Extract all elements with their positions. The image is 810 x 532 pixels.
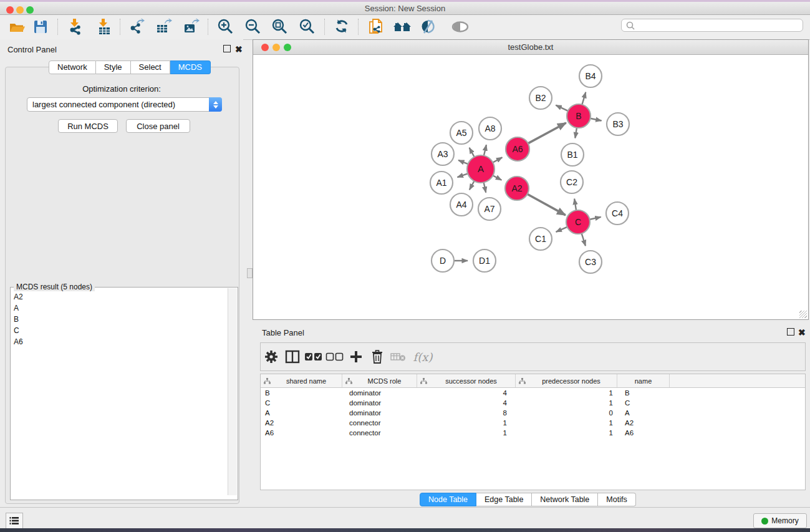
table-row[interactable]: Adominator80A xyxy=(261,408,805,418)
refresh-button[interactable] xyxy=(333,17,352,36)
network-node-B4[interactable]: B4 xyxy=(579,65,602,87)
table-settings-button[interactable] xyxy=(261,349,282,364)
column-header[interactable]: successor nodes xyxy=(417,374,516,387)
column-header[interactable]: shared name xyxy=(261,374,342,387)
select-all-columns-button[interactable] xyxy=(303,352,324,362)
table-cell: C xyxy=(617,399,670,407)
import-table-button[interactable] xyxy=(95,17,113,36)
zoom-out-button[interactable] xyxy=(244,17,263,36)
import-network-button[interactable] xyxy=(66,17,85,36)
tab-style[interactable]: Style xyxy=(96,60,131,74)
import-network-icon xyxy=(67,18,84,36)
table-cell: 8 xyxy=(417,409,516,417)
table-cell: 1 xyxy=(516,419,617,427)
window-resize-grip[interactable] xyxy=(799,311,807,318)
network-node-A8[interactable]: A8 xyxy=(479,117,501,140)
column-header[interactable]: MCDS role xyxy=(342,374,417,387)
network-edge[interactable] xyxy=(526,123,566,144)
export-network-button[interactable] xyxy=(127,17,146,36)
network-node-A2[interactable]: A2 xyxy=(505,177,529,200)
network-node-B3[interactable]: B3 xyxy=(607,113,629,135)
tab-edge-table[interactable]: Edge Table xyxy=(476,493,532,506)
network-node-D1[interactable]: D1 xyxy=(473,249,496,272)
node-label: A2 xyxy=(511,183,522,193)
tab-mcds[interactable]: MCDS xyxy=(170,60,211,74)
search-input[interactable] xyxy=(635,21,794,31)
tab-network[interactable]: Network xyxy=(49,60,96,74)
tab-node-table[interactable]: Node Table xyxy=(420,493,476,506)
copy-network-button[interactable] xyxy=(367,17,386,36)
unselect-all-columns-button[interactable] xyxy=(324,352,345,362)
network-node-C4[interactable]: C4 xyxy=(606,202,629,225)
trash-icon xyxy=(370,349,384,364)
network-node-C1[interactable]: C1 xyxy=(529,228,552,250)
tab-motifs[interactable]: Motifs xyxy=(598,493,635,506)
toggle-column-view-button[interactable] xyxy=(282,350,303,364)
network-node-D[interactable]: D xyxy=(432,249,454,272)
network-edge[interactable] xyxy=(526,193,566,215)
mcds-result-item[interactable]: C xyxy=(11,325,226,336)
mcds-result-scrollbar[interactable] xyxy=(228,288,237,495)
export-table-button[interactable] xyxy=(154,17,173,36)
hide-graphics-details-button[interactable] xyxy=(418,17,437,36)
network-node-A4[interactable]: A4 xyxy=(450,193,473,216)
network-node-A7[interactable]: A7 xyxy=(478,198,501,220)
table-row[interactable]: A2connector11A2 xyxy=(261,418,805,428)
hierarchy-icon xyxy=(345,378,352,384)
node-table[interactable]: shared nameMCDS rolesuccessor nodesprede… xyxy=(260,374,806,490)
export-image-button[interactable] xyxy=(181,17,200,36)
network-node-A1[interactable]: A1 xyxy=(430,172,453,194)
show-graphics-details-button[interactable] xyxy=(450,17,469,36)
save-session-button[interactable] xyxy=(31,17,50,36)
network-node-A6[interactable]: A6 xyxy=(506,137,529,161)
zoom-fit-button[interactable] xyxy=(271,17,289,36)
tab-select[interactable]: Select xyxy=(131,60,170,74)
table-row[interactable]: Bdominator41B xyxy=(261,388,805,398)
close-panel-icon[interactable]: ✖ xyxy=(235,44,243,54)
mcds-result-item[interactable]: A2 xyxy=(11,291,226,302)
float-panel-icon[interactable] xyxy=(223,45,231,52)
network-node-B2[interactable]: B2 xyxy=(529,87,552,109)
close-panel-button[interactable]: Close panel xyxy=(126,119,190,133)
mcds-result-list[interactable]: A2ABCA6 xyxy=(11,291,226,496)
column-header[interactable]: name xyxy=(617,374,670,387)
mcds-result-item[interactable]: B xyxy=(11,314,226,325)
delete-table-button[interactable] xyxy=(388,351,409,362)
create-column-button[interactable] xyxy=(345,350,367,364)
toolbar-separator xyxy=(324,19,325,35)
node-label: A xyxy=(478,163,484,174)
home-views-button[interactable] xyxy=(393,17,412,36)
export-network-icon xyxy=(128,18,145,36)
close-table-panel-icon[interactable]: ✖ xyxy=(798,327,806,337)
column-header[interactable]: predecessor nodes xyxy=(516,374,617,387)
table-row[interactable]: Cdominator41C xyxy=(261,398,805,408)
node-label: B4 xyxy=(585,71,595,81)
table-row[interactable]: A6connector11A6 xyxy=(261,428,805,438)
network-node-A5[interactable]: A5 xyxy=(450,122,473,144)
search-field[interactable] xyxy=(621,19,803,32)
float-table-panel-icon[interactable] xyxy=(787,328,794,336)
control-panel-tabs: Network Style Select MCDS xyxy=(49,60,211,73)
zoom-in-button[interactable] xyxy=(216,17,235,36)
network-node-C[interactable]: C xyxy=(566,210,590,234)
delete-column-button[interactable] xyxy=(367,349,388,364)
function-builder-button[interactable]: f(x) xyxy=(409,351,436,364)
network-node-C3[interactable]: C3 xyxy=(579,251,602,273)
criterion-dropdown[interactable]: largest connected component (directed) xyxy=(27,97,222,112)
memory-button[interactable]: Memory xyxy=(753,513,807,528)
table-panel-tabs: Node Table Edge Table Network Table Moti… xyxy=(420,493,636,505)
run-mcds-button[interactable]: Run MCDS xyxy=(58,119,118,133)
mcds-result-item[interactable]: A xyxy=(11,302,226,314)
tab-network-table[interactable]: Network Table xyxy=(532,493,598,506)
network-node-B1[interactable]: B1 xyxy=(561,143,584,166)
open-session-button[interactable] xyxy=(7,17,26,36)
zoom-selected-button[interactable] xyxy=(298,17,317,36)
network-node-C2[interactable]: C2 xyxy=(561,171,583,193)
network-canvas[interactable]: B4B2BB3A5A8A6A3B1AA1C2A2A4A7C4CC1DD1C3 xyxy=(253,55,808,319)
vertical-splitter-handle[interactable] xyxy=(247,268,253,278)
mcds-result-item[interactable]: A6 xyxy=(11,336,226,347)
network-node-B[interactable]: B xyxy=(567,104,591,128)
network-node-A3[interactable]: A3 xyxy=(432,143,454,165)
network-node-A[interactable]: A xyxy=(467,155,494,183)
task-history-button[interactable] xyxy=(6,513,23,529)
